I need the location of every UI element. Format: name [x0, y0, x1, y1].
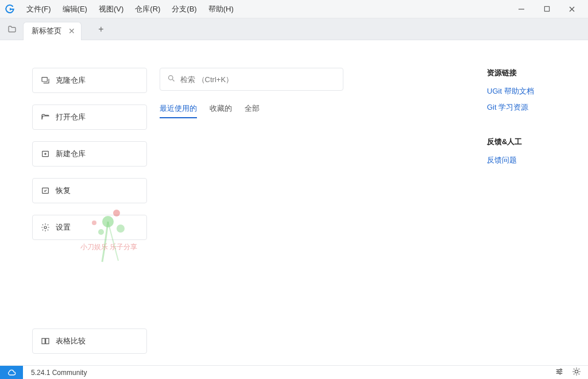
- center-column: 最近使用的 收藏的 全部: [160, 68, 343, 354]
- new-repo-icon: [41, 149, 50, 158]
- folder-open-icon: [41, 113, 50, 122]
- menu-edit[interactable]: 编辑(E): [57, 0, 93, 18]
- tab-strip: 新标签页 ✕ +: [0, 18, 588, 40]
- feedback-heading: 反馈&人工: [487, 137, 556, 147]
- table-compare-icon: [41, 337, 50, 346]
- svg-rect-16: [42, 338, 45, 343]
- button-label: 克隆仓库: [56, 75, 86, 86]
- svg-point-26: [575, 370, 578, 373]
- svg-point-25: [559, 373, 561, 374]
- action-panel: 克隆仓库 打开仓库 新建仓库 恢复 设置 表格比较: [32, 68, 147, 354]
- search-icon: [167, 74, 176, 84]
- button-label: 新建仓库: [56, 149, 86, 159]
- feedback-link[interactable]: 反馈问题: [487, 155, 556, 165]
- svg-line-32: [579, 374, 579, 374]
- menu-help[interactable]: 帮助(H): [203, 0, 239, 18]
- create-repo-button[interactable]: 新建仓库: [32, 141, 147, 167]
- help-doc-link[interactable]: UGit 帮助文档: [487, 86, 556, 96]
- svg-line-31: [574, 369, 574, 369]
- menu-repo[interactable]: 仓库(R): [129, 0, 166, 18]
- git-learn-link[interactable]: Git 学习资源: [487, 102, 556, 113]
- app-logo-icon: [3, 3, 16, 16]
- restore-icon: [41, 186, 50, 195]
- button-label: 打开仓库: [56, 112, 86, 122]
- svg-point-24: [558, 371, 559, 373]
- button-label: 恢复: [56, 185, 71, 196]
- minimize-button[interactable]: [509, 0, 534, 18]
- svg-point-23: [560, 369, 562, 370]
- cloud-status[interactable]: [0, 366, 23, 379]
- menubar: 文件(F) 编辑(E) 视图(V) 仓库(R) 分支(B) 帮助(H): [0, 0, 588, 18]
- menu-branch[interactable]: 分支(B): [166, 0, 202, 18]
- theme-icon[interactable]: [572, 367, 581, 378]
- clone-icon: [41, 76, 50, 85]
- gear-icon: [41, 223, 50, 232]
- svg-line-19: [172, 79, 174, 81]
- folder-icon[interactable]: [3, 21, 21, 38]
- search-box[interactable]: [160, 68, 343, 91]
- clone-repo-button[interactable]: 克隆仓库: [32, 68, 147, 93]
- button-label: 表格比较: [56, 336, 86, 346]
- add-tab-button[interactable]: +: [92, 20, 110, 38]
- settings-button[interactable]: 设置: [32, 215, 147, 240]
- close-button[interactable]: [559, 0, 585, 18]
- svg-rect-17: [46, 338, 49, 343]
- search-input[interactable]: [180, 75, 336, 84]
- version-label: 5.24.1 Community: [31, 369, 87, 377]
- svg-point-18: [169, 76, 173, 80]
- tab-favorites[interactable]: 收藏的: [210, 103, 232, 118]
- menu-view[interactable]: 视图(V): [93, 0, 129, 18]
- maximize-button[interactable]: [534, 0, 559, 18]
- svg-line-34: [579, 369, 579, 369]
- window-controls: [509, 0, 585, 18]
- svg-point-15: [44, 226, 47, 229]
- close-icon[interactable]: ✕: [68, 26, 75, 36]
- filter-tabs: 最近使用的 收藏的 全部: [160, 103, 343, 118]
- tab-label: 新标签页: [32, 26, 61, 36]
- right-column: 资源链接 UGit 帮助文档 Git 学习资源 反馈&人工 反馈问题: [487, 68, 556, 354]
- tab-new[interactable]: 新标签页 ✕: [23, 22, 82, 40]
- table-compare-button[interactable]: 表格比较: [32, 328, 147, 354]
- restore-button[interactable]: 恢复: [32, 178, 147, 203]
- button-label: 设置: [56, 222, 71, 233]
- main-content: 小刀娱乐 乐子分享 克隆仓库 打开仓库 新建仓库 恢复 设置 表格比较: [0, 40, 588, 365]
- open-repo-button[interactable]: 打开仓库: [32, 105, 147, 130]
- resources-heading: 资源链接: [487, 68, 556, 78]
- status-bar: 5.24.1 Community: [0, 365, 588, 379]
- svg-rect-1: [544, 6, 549, 11]
- tab-all[interactable]: 全部: [245, 103, 260, 118]
- tab-recent[interactable]: 最近使用的: [160, 103, 197, 118]
- settings-toggle-icon[interactable]: [555, 367, 564, 378]
- svg-line-33: [574, 374, 574, 374]
- menu-file[interactable]: 文件(F): [21, 0, 57, 18]
- svg-rect-10: [42, 78, 47, 82]
